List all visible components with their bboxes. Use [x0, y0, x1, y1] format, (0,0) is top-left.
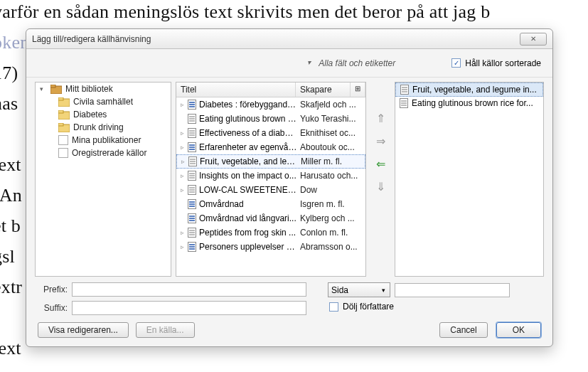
table-row[interactable]: ▹Diabetes : förebyggande ...Skafjeld och… — [176, 97, 365, 112]
close-button[interactable]: ✕ — [520, 33, 547, 46]
row-title: LOW-CAL SWEETENERS:... — [198, 185, 297, 195]
col-creator[interactable]: Skapare — [296, 83, 351, 97]
selected-citation-item[interactable]: Eating glutinous brown rice for... — [395, 97, 543, 110]
expand-icon[interactable]: ▹ — [178, 172, 186, 179]
selected-citations-list[interactable]: Fruit, vegetable, and legume in...Eating… — [395, 82, 544, 277]
transfer-arrows: ⇑ ⇒ ⇐ ⇓ — [370, 82, 390, 277]
row-title: Fruit, vegetable, and leg... — [198, 156, 298, 166]
tree-root[interactable]: ▾ Mitt bibliotek — [36, 83, 171, 95]
item-type-icon — [186, 213, 198, 223]
tree-item-unfiled[interactable]: Oregistrerade källor — [36, 147, 171, 159]
row-creator: Skafjeld och ... — [297, 100, 364, 110]
row-title: Omvårdnad vid långvari... — [198, 213, 297, 223]
item-type-icon — [186, 114, 198, 124]
move-bottom-button[interactable]: ⇓ — [373, 179, 388, 194]
item-type-icon — [186, 171, 198, 181]
selected-citation-item[interactable]: Fruit, vegetable, and legume in... — [395, 83, 543, 97]
keep-sorted-label: Håll källor sorterade — [465, 58, 541, 68]
row-title: Insights on the impact o... — [198, 171, 297, 181]
prefix-label: Prefix: — [38, 285, 68, 294]
document-icon — [58, 148, 68, 158]
row-title: Personers upplevelser av... — [198, 242, 297, 252]
table-row[interactable]: ▹Peptides from frog skin ...Conlon m. fl… — [176, 225, 365, 240]
show-editor-button[interactable]: Visa redigeraren... — [38, 322, 129, 338]
row-creator: Kylberg och ... — [297, 213, 364, 223]
tree-item-civila[interactable]: Civila samhället — [36, 95, 171, 108]
close-icon: ✕ — [530, 35, 536, 43]
titlebar: Lägg till/redigera källhänvisning ✕ — [26, 29, 552, 49]
row-title: Peptides from frog skin ... — [198, 228, 297, 238]
move-left-button[interactable]: ⇐ — [373, 156, 388, 171]
tree-item-label: Oregistrerade källor — [72, 148, 146, 158]
item-type-icon — [186, 100, 198, 110]
svg-rect-3 — [58, 97, 63, 100]
citation-dialog: Lägg till/redigera källhänvisning ✕ Alla… — [26, 28, 553, 347]
row-title: Erfarenheter av egenvård... — [198, 142, 297, 152]
table-row[interactable]: Omvårdnad vid långvari...Kylberg och ... — [176, 211, 365, 225]
col-extra-icon[interactable]: ⊞ — [351, 83, 365, 97]
fields-dropdown-label: Alla fält och etiketter — [319, 58, 395, 68]
locator-select[interactable]: Sida — [328, 282, 390, 297]
table-row[interactable]: ▹Effectiveness of a diabet...Eknithiset … — [176, 126, 365, 140]
fields-dropdown[interactable]: Alla fält och etiketter — [314, 55, 409, 71]
tree-item-label: Drunk driving — [73, 122, 124, 132]
item-type-icon — [186, 199, 198, 209]
row-title: Effectiveness of a diabet... — [198, 128, 297, 138]
hide-author-label: Dölj författare — [343, 302, 394, 312]
suffix-input[interactable] — [72, 301, 306, 315]
suffix-label: Suffix: — [38, 303, 68, 313]
table-row[interactable]: Eating glutinous brown r...Yuko Terashi.… — [176, 112, 365, 126]
hide-author-checkbox[interactable] — [329, 302, 338, 312]
collapse-icon[interactable]: ▾ — [40, 85, 47, 92]
table-row[interactable]: ▹Erfarenheter av egenvård...Aboutouk oc.… — [176, 140, 365, 154]
expand-icon[interactable]: ▹ — [178, 243, 186, 250]
table-row[interactable]: ▹LOW-CAL SWEETENERS:...Dow — [176, 183, 365, 197]
tree-item-diabetes[interactable]: Diabetes — [36, 108, 171, 121]
row-creator: Eknithiset oc... — [297, 128, 364, 138]
expand-icon[interactable]: ▹ — [178, 144, 186, 151]
prefix-row: Prefix: — [38, 282, 306, 297]
row-creator: Miller m. fl. — [298, 156, 363, 166]
row-creator: Yuko Terashi... — [297, 114, 364, 124]
item-type-icon — [186, 185, 198, 195]
row-creator: Harusato och... — [297, 171, 364, 181]
locator-select-label: Sida — [331, 285, 348, 295]
single-source-button[interactable]: En källa... — [136, 322, 195, 338]
row-creator: Aboutouk oc... — [297, 142, 364, 152]
move-top-button[interactable]: ⇑ — [373, 110, 388, 126]
tree-item-drunk[interactable]: Drunk driving — [36, 121, 171, 134]
tree-item-publications[interactable]: Mina publikationer — [36, 134, 171, 147]
tree-item-label: Diabetes — [73, 110, 107, 119]
expand-icon[interactable]: ▹ — [178, 129, 186, 137]
tree-root-label: Mitt bibliotek — [65, 84, 113, 94]
row-creator: Isgren m. fl. — [297, 199, 364, 209]
expand-icon[interactable]: ▹ — [178, 101, 186, 108]
col-title[interactable]: Titel — [176, 83, 296, 97]
keep-sorted-row[interactable]: Håll källor sorterade — [451, 58, 541, 68]
locator-input[interactable] — [395, 283, 510, 297]
folder-icon — [58, 110, 70, 119]
prefix-input[interactable] — [72, 282, 306, 297]
expand-icon[interactable]: ▹ — [178, 229, 186, 236]
svg-rect-5 — [58, 110, 63, 113]
library-tree[interactable]: ▾ Mitt bibliotek Civila samhället Diabet… — [35, 82, 171, 277]
ok-button[interactable]: OK — [496, 322, 541, 338]
folder-icon — [58, 97, 70, 107]
row-title: Eating glutinous brown r... — [198, 114, 297, 124]
tree-item-label: Civila samhället — [73, 97, 133, 107]
expand-icon[interactable]: ▹ — [178, 158, 187, 165]
svg-rect-7 — [58, 123, 63, 126]
items-table[interactable]: Titel Skapare ⊞ ▹Diabetes : förebyggande… — [176, 82, 366, 277]
table-row[interactable]: ▹Insights on the impact o...Harusato och… — [176, 169, 365, 183]
table-header[interactable]: Titel Skapare ⊞ — [176, 83, 365, 97]
table-row[interactable]: OmvårdnadIsgren m. fl. — [176, 197, 365, 211]
row-title: Diabetes : förebyggande ... — [198, 100, 297, 110]
row-creator: Dow — [297, 185, 364, 195]
expand-icon[interactable]: ▹ — [178, 186, 186, 193]
item-type-icon — [186, 142, 198, 152]
move-right-button[interactable]: ⇒ — [373, 133, 388, 149]
cancel-button[interactable]: Cancel — [439, 322, 487, 338]
table-row[interactable]: ▹Fruit, vegetable, and leg...Miller m. f… — [176, 154, 365, 169]
table-row[interactable]: ▹Personers upplevelser av...Abramsson o.… — [176, 240, 365, 254]
keep-sorted-checkbox[interactable] — [451, 58, 461, 68]
